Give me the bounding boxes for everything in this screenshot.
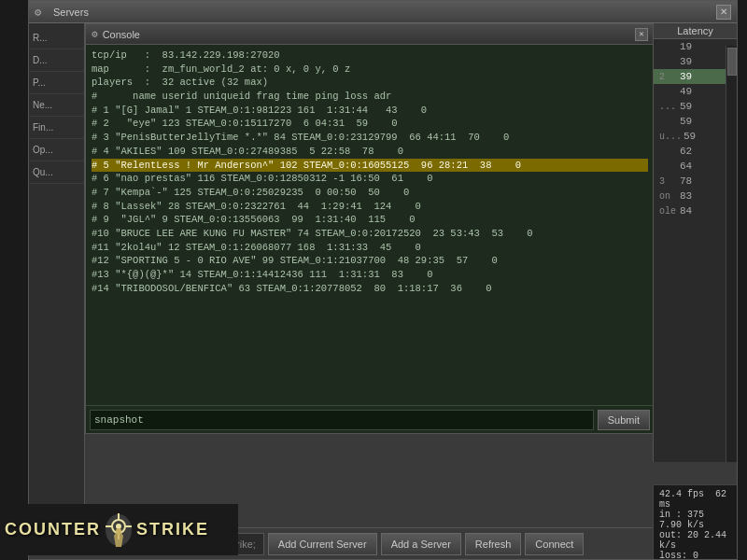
console-input[interactable] [90,410,594,430]
latency-item[interactable]: 64 [654,159,737,174]
console-steam-icon: ⚙ [92,28,98,40]
latency-header: Latency [654,23,737,39]
console-line: # 7 "Kempa`-" 125 STEAM_0:0:25029235 0 0… [92,186,648,200]
latency-item[interactable]: on 83 [654,189,737,203]
latency-item[interactable]: 49 [654,84,737,99]
add-current-server-button[interactable]: Add Current Server [268,533,377,555]
console-line: map : zm_fun_world_2 at: 0 x, 0 y, 0 z [92,63,648,77]
console-line: # 2 "eye" 123 STEAM_0:0:15117270 6 04:31… [92,117,648,131]
console-line: # name userid uniqueid frag time ping lo… [92,90,648,104]
console-line: #11 "2kol4u" 12 STEAM_0:1:26068077 168 1… [92,241,648,255]
latency-list: 19392 3949... 5959u... 5962643 78on 83ol… [654,39,737,455]
latency-item[interactable]: ... 59 [654,99,737,114]
console-line: #10 "BRUCE LEE ARE KUNG FU MASTER" 74 ST… [92,227,648,241]
out-rate-stat: out: 20 2.44 k/s [659,530,731,551]
console-line: # 6 "nao prestas" 116 STEAM_0:0:12850312… [92,172,648,186]
nav-item-d[interactable]: D... [29,49,84,72]
nav-item-op[interactable]: Op... [29,139,84,161]
nav-item-r[interactable]: R... [29,27,84,49]
latency-panel: Latency 19392 3949... 5959u... 5962643 7… [653,23,737,462]
in-rate-stat: in : 375 7.90 k/s [659,510,731,530]
cs-logo-area: COUNTER STRIKE [5,504,238,555]
latency-item[interactable]: 19 [654,39,737,54]
add-server-button[interactable]: Add a Server [381,533,461,555]
loss-stat: loss: 0 choke: 1 [659,551,731,560]
servers-title: Servers [53,7,716,18]
latency-item[interactable]: 62 [654,144,737,159]
console-window: ⚙ Console ✕ tcp/ip : 83.142.229.198:2702… [85,23,655,434]
left-nav: R... D... P... Ne... Fin... Op... Qu... [29,23,85,527]
cs-logo-text-left: COUNTER [5,520,101,539]
console-input-row: Submit [86,405,654,433]
cs-logo-icon [103,511,134,549]
console-submit-button[interactable]: Submit [598,410,650,430]
latency-item[interactable]: 2 39 [654,69,737,84]
refresh-button[interactable]: Refresh [465,533,522,555]
console-line: #12 "SPORTING 5 - 0 RIO AVE" 99 STEAM_0:… [92,254,648,268]
stats-panel: 42.4 fps 62 ms in : 375 7.90 k/s out: 20… [653,484,737,559]
console-output[interactable]: tcp/ip : 83.142.229.198:27020map : zm_fu… [86,45,654,405]
console-line: # 8 "Lassek" 28 STEAM_0:0:2322761 44 1:2… [92,200,648,214]
fps-stat: 42.4 fps 62 ms [659,489,731,510]
console-titlebar: ⚙ Console ✕ [86,24,654,45]
latency-item[interactable]: 39 [654,54,737,69]
steam-icon: ⚙ [35,6,48,19]
console-line: # 9 "JGL^" 9 STEAM_0:0:13556063 99 1:31:… [92,213,648,227]
servers-titlebar: ⚙ Servers ✕ [29,1,737,23]
servers-window: ⚙ Servers ✕ R... D... P... Ne... Fin... … [28,0,738,560]
cs-logo-text-right: STRIKE [136,520,209,539]
console-title: Console [103,29,635,40]
connect-button[interactable]: Connect [525,533,584,555]
console-line: # 5 "RelentLess ! Mr Anderson^" 102 STEA… [92,159,648,173]
nav-item-ne[interactable]: Ne... [29,94,84,117]
console-line: # 3 "PenisButterJellyTime *.*" 84 STEAM_… [92,131,648,145]
console-line: #14 "TRIBODOSOL/BENFICA" 63 STEAM_0:1:20… [92,282,648,296]
console-line: # 1 "[G] Jamal" 1 STEAM_0:1:981223 161 1… [92,104,648,118]
console-close-button[interactable]: ✕ [635,28,648,41]
nav-item-p[interactable]: P... [29,72,84,94]
latency-scroll-thumb [727,48,737,76]
svg-point-7 [116,528,121,534]
nav-item-fin[interactable]: Fin... [29,117,84,139]
latency-scrollbar[interactable] [726,46,737,462]
console-line: players : 32 active (32 max) [92,76,648,90]
latency-item[interactable]: 59 [654,114,737,129]
latency-item[interactable]: ole 84 [654,203,737,218]
nav-item-qu[interactable]: Qu... [29,161,84,184]
console-line: tcp/ip : 83.142.229.198:27020 [92,49,648,63]
console-line: #13 "*{@)(@}*" 14 STEAM_0:1:14412436 111… [92,268,648,282]
servers-close-button[interactable]: ✕ [716,5,731,20]
latency-item[interactable]: u... 59 [654,129,737,144]
console-line: # 4 "AKILES" 109 STEAM_0:0:27489385 5 22… [92,145,648,159]
latency-item[interactable]: 3 78 [654,174,737,189]
